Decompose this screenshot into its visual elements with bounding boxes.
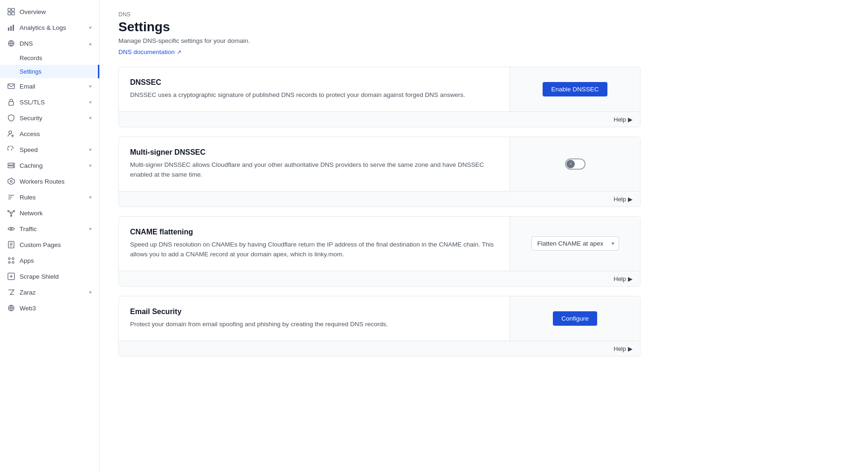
sidebar-item-custom-pages[interactable]: Custom Pages (0, 237, 99, 253)
email-security-card: Email Security Protect your domain from … (118, 296, 641, 356)
sidebar-item-speed[interactable]: Speed ▾ (0, 142, 99, 158)
chevron-right-icon: ▶ (628, 196, 633, 203)
chevron-down-icon: ▾ (89, 147, 92, 153)
shield-icon (7, 114, 15, 122)
scrape-shield-icon (7, 273, 15, 280)
bar-chart-icon (7, 24, 15, 31)
sidebar-item-network[interactable]: Network (0, 205, 99, 221)
svg-rect-0 (8, 8, 11, 11)
toggle-knob: ✕ (566, 160, 575, 168)
lock-icon (7, 98, 15, 106)
dnssec-help-link[interactable]: Help ▶ (613, 116, 633, 123)
sidebar-item-label: Workers Routes (20, 178, 65, 185)
multi-signer-card-title: Multi-signer DNSSEC (130, 148, 498, 157)
svg-rect-5 (10, 26, 12, 31)
breadcrumb: DNS (118, 11, 641, 18)
multi-signer-dnssec-card: Multi-signer DNSSEC Multi-signer DNSSEC … (118, 137, 641, 207)
sidebar-item-label: DNS (20, 40, 33, 47)
svg-marker-15 (8, 178, 14, 185)
sidebar-item-access[interactable]: Access (0, 126, 99, 142)
sidebar-item-email[interactable]: Email ▾ (0, 78, 99, 94)
svg-rect-2 (8, 12, 11, 15)
sidebar-item-workers-routes[interactable]: Workers Routes (0, 173, 99, 189)
svg-rect-1 (12, 8, 14, 11)
email-security-help-link[interactable]: Help ▶ (613, 345, 633, 352)
svg-point-13 (13, 164, 14, 165)
configure-button[interactable]: Configure (553, 311, 597, 326)
external-link-icon: ↗ (177, 49, 181, 55)
chevron-up-icon: ▴ (89, 41, 92, 47)
main-content: DNS Settings Manage DNS-specific setting… (100, 0, 868, 473)
dnssec-card-desc: DNSSEC uses a cryptographic signature of… (130, 90, 498, 100)
sidebar-item-label: Rules (20, 194, 36, 201)
sidebar-sub-label: Records (20, 55, 42, 62)
dnssec-card-left: DNSSEC DNSSEC uses a cryptographic signa… (119, 67, 510, 111)
chevron-down-icon: ▾ (89, 163, 92, 169)
email-security-card-title: Email Security (130, 308, 498, 316)
sidebar-item-label: Web3 (20, 305, 36, 312)
sidebar-item-traffic[interactable]: Traffic ▾ (0, 221, 99, 237)
cname-help-link[interactable]: Help ▶ (613, 275, 633, 282)
svg-point-18 (8, 211, 9, 212)
cname-card-footer: Help ▶ (119, 271, 640, 286)
dnssec-card-right: Enable DNSSEC (510, 67, 640, 111)
svg-point-21 (11, 228, 12, 230)
sidebar-sub-label: Settings (20, 68, 41, 75)
access-icon (7, 130, 15, 137)
help-label: Help (613, 196, 626, 203)
multi-signer-toggle[interactable]: ✕ (565, 158, 586, 170)
sidebar-item-rules[interactable]: Rules ▾ (0, 189, 99, 205)
svg-point-26 (12, 261, 14, 263)
rules-icon (7, 193, 15, 201)
sidebar-item-label: Traffic (20, 226, 37, 233)
chevron-down-icon: ▾ (89, 83, 92, 89)
cname-card-right: Flatten CNAME at apex Flatten all CNAMEs… (510, 217, 640, 271)
cname-flattening-card: CNAME flattening Speed up DNS resolution… (118, 216, 641, 287)
sidebar-item-ssl-tls[interactable]: SSL/TLS ▾ (0, 94, 99, 110)
chevron-down-icon: ▾ (89, 25, 92, 31)
sidebar-sub-item-dns-records[interactable]: Records (0, 51, 99, 65)
sidebar-item-label: Speed (20, 146, 38, 153)
multi-signer-card-footer: Help ▶ (119, 191, 640, 206)
cname-card-left: CNAME flattening Speed up DNS resolution… (119, 217, 510, 271)
sidebar-item-label: Access (20, 130, 40, 137)
help-label: Help (613, 116, 626, 123)
multi-signer-card-desc: Multi-signer DNSSEC allows Cloudflare an… (130, 160, 498, 180)
cname-flattening-select[interactable]: Flatten CNAME at apex Flatten all CNAMEs (531, 236, 619, 251)
svg-point-20 (11, 215, 12, 217)
sidebar-item-scrape-shield[interactable]: Scrape Shield (0, 268, 99, 284)
sidebar-item-web3[interactable]: Web3 (0, 300, 99, 316)
svg-point-19 (14, 211, 15, 212)
chevron-down-icon: ▾ (89, 226, 92, 232)
sidebar-item-overview[interactable]: Overview (0, 4, 99, 20)
dns-icon (7, 40, 15, 47)
dns-documentation-link[interactable]: DNS documentation ↗ (118, 48, 181, 55)
sidebar-item-caching[interactable]: Caching ▾ (0, 158, 99, 173)
sidebar-sub-item-dns-settings[interactable]: Settings (0, 65, 99, 78)
svg-rect-4 (8, 27, 9, 31)
doc-link-label: DNS documentation (118, 48, 175, 55)
email-security-card-left: Email Security Protect your domain from … (119, 296, 510, 341)
sidebar-item-analytics-logs[interactable]: Analytics & Logs ▾ (0, 20, 99, 35)
dnssec-card-title: DNSSEC (130, 78, 498, 87)
help-label: Help (613, 275, 626, 282)
svg-rect-6 (13, 25, 14, 31)
svg-point-16 (10, 180, 12, 182)
page-title: Settings (118, 20, 641, 34)
chevron-down-icon: ▾ (89, 289, 92, 295)
dnssec-card-footer: Help ▶ (119, 111, 640, 127)
multi-signer-help-link[interactable]: Help ▶ (613, 196, 633, 203)
email-security-card-right: Configure (510, 296, 640, 341)
chevron-down-icon: ▾ (89, 99, 92, 105)
sidebar-item-apps[interactable]: Apps (0, 253, 99, 268)
sidebar-item-dns[interactable]: DNS ▴ (0, 35, 99, 51)
svg-point-14 (13, 166, 14, 167)
enable-dnssec-button[interactable]: Enable DNSSEC (543, 82, 607, 96)
speed-icon (7, 146, 15, 153)
sidebar-item-zaraz[interactable]: Zaraz ▾ (0, 284, 99, 300)
chevron-right-icon: ▶ (628, 275, 633, 282)
web3-icon (7, 304, 15, 312)
sidebar-item-security[interactable]: Security ▾ (0, 110, 99, 126)
zaraz-icon (7, 288, 15, 296)
email-security-card-desc: Protect your domain from email spoofing … (130, 320, 498, 329)
